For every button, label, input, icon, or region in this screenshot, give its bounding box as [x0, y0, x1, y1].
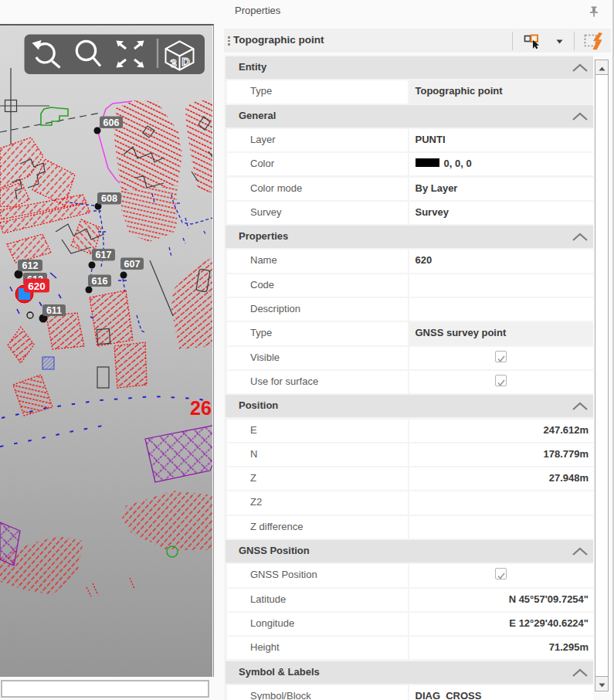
svg-text:D: D [181, 56, 189, 68]
svg-text:611: 611 [46, 305, 62, 316]
svg-text:617: 617 [96, 250, 112, 260]
svg-text:3: 3 [170, 57, 176, 70]
svg-text:620: 620 [28, 280, 46, 292]
svg-text:612: 612 [22, 260, 39, 271]
svg-text:26: 26 [190, 397, 212, 419]
svg-text:607: 607 [124, 259, 141, 270]
svg-text:616: 616 [92, 276, 108, 287]
svg-text:606: 606 [103, 117, 120, 128]
svg-text:608: 608 [101, 193, 117, 204]
